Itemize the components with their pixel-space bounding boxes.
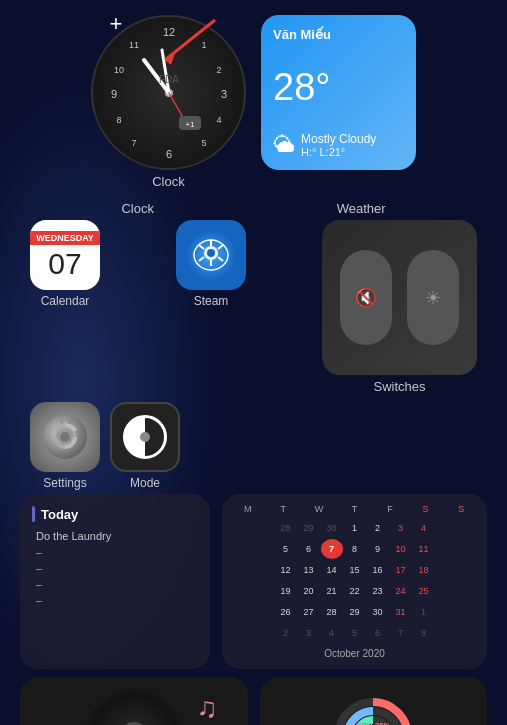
calendar-cell: 7 <box>390 623 412 643</box>
steam-logo-svg <box>186 230 236 280</box>
svg-text:2: 2 <box>216 65 221 75</box>
app-mode[interactable]: Mode <box>110 402 180 490</box>
app-steam[interactable]: Steam <box>176 220 246 394</box>
calendar-cell: 29 <box>344 602 366 622</box>
calendar-icon: WEDNESDAY 07 <box>30 220 100 290</box>
calendar-day-headers: M T W T F S S <box>230 504 479 514</box>
apps-row-1: WEDNESDAY 07 Calendar <box>10 220 497 394</box>
volume-icon: 🔇 <box>355 287 377 309</box>
brightness-icon: ☀ <box>425 287 441 309</box>
clock-widget[interactable]: 12 3 6 9 1 2 4 5 7 8 10 11 <box>91 15 246 189</box>
cal-header-thu: T <box>343 504 365 514</box>
system-widget[interactable]: CPU 25% RAM 79% HDD 69% <box>260 677 488 725</box>
calendar-cell: 2 <box>275 623 297 643</box>
switch-pill-1[interactable]: 🔇 <box>340 250 392 345</box>
mode-symbol <box>123 415 167 459</box>
music-note2-icon: ♫ <box>197 692 218 724</box>
calendar-cell: 4 <box>321 623 343 643</box>
calendar-cell: 11 <box>413 539 435 559</box>
wmp-widget[interactable]: ♪ ♫ <box>20 677 248 725</box>
calendar-month-label: October 2020 <box>230 648 479 659</box>
calendar-cell: 7 <box>321 539 343 559</box>
calendar-cell: 14 <box>321 560 343 580</box>
cal-header-fri: F <box>379 504 401 514</box>
svg-point-23 <box>207 249 215 257</box>
system-stats-text: CPU 25% RAM 79% HDD 69% <box>355 720 391 725</box>
calendar-cell: 18 <box>413 560 435 580</box>
calendar-cell: 8 <box>413 623 435 643</box>
svg-text:10: 10 <box>113 65 123 75</box>
cal-header-mon: M <box>237 504 259 514</box>
weather-label-bottom: Weather <box>337 201 386 216</box>
svg-text:11: 11 <box>128 40 138 50</box>
cal-header-sun: S <box>450 504 472 514</box>
clock-label: Clock <box>152 174 185 189</box>
music-note-icon: ♪ <box>124 715 144 726</box>
settings-app-label: Settings <box>43 476 86 490</box>
system-donut-container: CPU 25% RAM 79% HDD 69% <box>333 697 413 725</box>
app-settings[interactable]: Settings <box>30 402 100 490</box>
apps-row-2: Settings Mode <box>10 402 497 490</box>
calendar-cell: 29 <box>298 518 320 538</box>
mode-app-label: Mode <box>130 476 160 490</box>
calendar-cell: 4 <box>413 518 435 538</box>
calendar-cell: 1 <box>413 602 435 622</box>
switches-label: Switches <box>373 379 425 394</box>
svg-text:12: 12 <box>162 26 174 38</box>
calendar-cell: 17 <box>390 560 412 580</box>
svg-text:+1: +1 <box>185 120 195 129</box>
weather-location: Văn Miếu <box>273 27 404 42</box>
svg-text:5: 5 <box>201 138 206 148</box>
task-item-1: Do the Laundry <box>32 530 198 542</box>
weather-cloud-icon: 🌥 <box>273 132 295 158</box>
widget-labels-row1: Clock Weather <box>10 197 497 216</box>
switches-widget[interactable]: 🔇 ☀ <box>322 220 477 375</box>
cal-header-sat: S <box>415 504 437 514</box>
calendar-cell: 6 <box>298 539 320 559</box>
weather-condition: Mostly Cloudy <box>301 132 376 146</box>
calendar-widget[interactable]: M T W T F S S 28293012345678910111213141… <box>222 494 487 669</box>
cal-header-wed: W <box>308 504 330 514</box>
steam-app-label: Steam <box>194 294 229 308</box>
svg-text:FDA: FDA <box>159 74 179 85</box>
top-bar: + <box>0 0 507 15</box>
task-item-2: – <box>32 546 198 558</box>
steam-icon <box>176 220 246 290</box>
switches-section: 🔇 ☀ Switches <box>322 220 477 394</box>
calendar-cell: 28 <box>275 518 297 538</box>
calendar-app-label: Calendar <box>41 294 90 308</box>
main-content: 12 3 6 9 1 2 4 5 7 8 10 11 <box>0 15 507 725</box>
svg-point-32 <box>60 432 70 442</box>
app-calendar[interactable]: WEDNESDAY 07 Calendar <box>30 220 100 394</box>
svg-text:4: 4 <box>216 115 221 125</box>
switch-pill-2[interactable]: ☀ <box>407 250 459 345</box>
task-item-5: – <box>32 594 198 606</box>
svg-text:7: 7 <box>131 138 136 148</box>
calendar-cell: 21 <box>321 581 343 601</box>
tasks-widget[interactable]: Today Do the Laundry – – – – <box>20 494 210 669</box>
calendar-cell: 3 <box>298 623 320 643</box>
calendar-cell: 3 <box>390 518 412 538</box>
calendar-cell: 15 <box>344 560 366 580</box>
calendar-cell: 23 <box>367 581 389 601</box>
cpu-stat: CPU 25% <box>355 720 391 725</box>
calendar-cell: 24 <box>390 581 412 601</box>
calendar-cell: 22 <box>344 581 366 601</box>
calendar-date-number: 07 <box>48 245 81 279</box>
svg-text:3: 3 <box>220 88 226 100</box>
svg-text:9: 9 <box>110 88 116 100</box>
clock-face: 12 3 6 9 1 2 4 5 7 8 10 11 <box>91 15 246 170</box>
calendar-cell: 26 <box>275 602 297 622</box>
calendar-cell: 2 <box>367 518 389 538</box>
calendar-day-name: WEDNESDAY <box>30 231 100 245</box>
settings-gear-svg <box>43 415 88 460</box>
switches-row: 🔇 ☀ <box>340 250 459 345</box>
weather-temperature: 28° <box>273 66 404 109</box>
svg-text:6: 6 <box>165 148 171 160</box>
calendar-cell: 19 <box>275 581 297 601</box>
weather-widget[interactable]: Văn Miếu 28° 🌥 Mostly Cloudy H:° L:21° <box>261 15 416 170</box>
tasks-title: Today <box>41 507 78 522</box>
tasks-calendar-row: Today Do the Laundry – – – – M T W T F S… <box>10 494 497 669</box>
calendar-cell: 30 <box>367 602 389 622</box>
calendar-cell: 12 <box>275 560 297 580</box>
